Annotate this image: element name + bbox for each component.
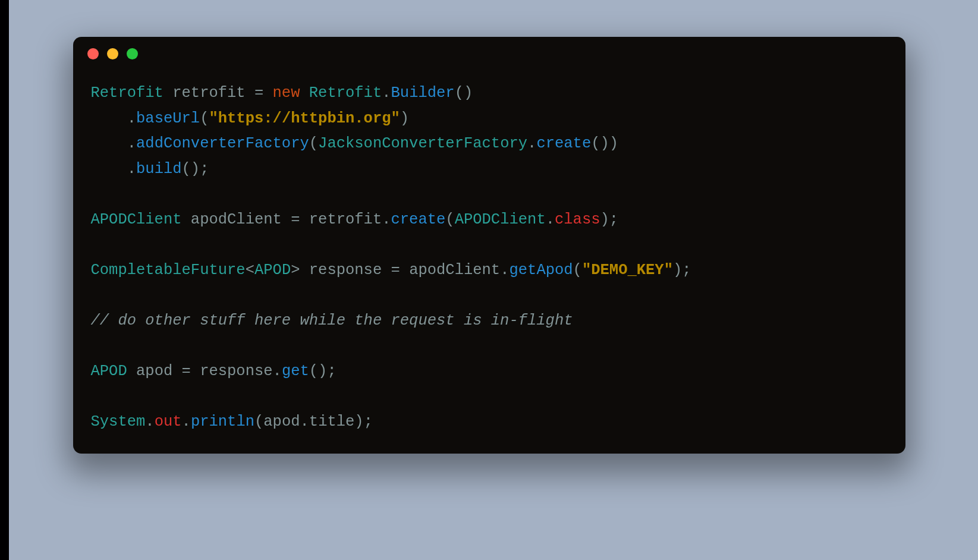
type-token: System: [91, 413, 146, 430]
identifier-token: apod: [127, 363, 182, 380]
window-close-button[interactable]: [87, 48, 99, 59]
field-token: out: [155, 413, 182, 430]
code-line-14: System.out.println(apod.title);: [91, 413, 373, 430]
punct-token: (: [200, 110, 209, 127]
window-maximize-button[interactable]: [127, 48, 138, 59]
method-token: baseUrl: [136, 110, 200, 127]
type-token: APODClient: [455, 211, 546, 228]
punct-token: .: [527, 135, 536, 152]
punct-token: <: [246, 262, 254, 279]
code-block: Retrofit retrofit = new Retrofit.Builder…: [73, 70, 905, 435]
indent: [91, 161, 127, 178]
type-token: CompletableFuture: [91, 262, 246, 279]
identifier-token: response: [200, 363, 272, 380]
type-token: Retrofit: [300, 84, 382, 102]
code-line-6: APODClient apodClient = retrofit.create(…: [91, 211, 619, 228]
punct-token: );: [673, 262, 691, 279]
punct-token: .: [500, 262, 509, 279]
punct-token: .: [127, 161, 136, 178]
punct-token: .: [127, 135, 136, 152]
code-line-12: APOD apod = response.get();: [91, 363, 337, 380]
operator-token: =: [291, 211, 309, 228]
operator-token: =: [182, 363, 200, 380]
window-minimize-button[interactable]: [107, 48, 118, 59]
code-line-4: .build();: [91, 161, 209, 178]
left-page-edge: [0, 0, 9, 560]
punct-token: >: [291, 262, 300, 279]
identifier-token: title: [309, 413, 355, 430]
class-token: class: [555, 211, 600, 228]
identifier-token: apod: [263, 413, 300, 430]
code-line-2: .baseUrl("https://httpbin.org"): [91, 110, 410, 127]
punct-token: (: [445, 211, 454, 228]
punct-token: .: [182, 413, 191, 430]
method-token: getApod: [509, 262, 573, 279]
keyword-token: new: [273, 84, 300, 102]
indent: [91, 135, 127, 152]
punct-token: ()): [591, 135, 618, 152]
string-token: "DEMO_KEY": [582, 262, 673, 279]
method-token: addConverterFactory: [136, 135, 309, 152]
punct-token: .: [382, 84, 391, 102]
code-line-8: CompletableFuture<APOD> response = apodC…: [91, 262, 691, 279]
terminal-window: Retrofit retrofit = new Retrofit.Builder…: [73, 37, 905, 454]
punct-token: );: [600, 211, 619, 228]
code-line-10: // do other stuff here while the request…: [91, 312, 573, 329]
type-token: JacksonConverterFactory: [318, 135, 527, 152]
operator-token: =: [391, 262, 410, 279]
operator-token: =: [254, 84, 273, 102]
punct-token: .: [273, 363, 282, 380]
punct-token: (: [254, 413, 263, 430]
punct-token: .: [382, 211, 391, 228]
punct-token: (: [573, 262, 582, 279]
punct-token: ): [400, 110, 409, 127]
identifier-token: retrofit: [163, 84, 254, 102]
method-token: println: [191, 413, 254, 430]
comment-token: // do other stuff here while the request…: [91, 312, 573, 329]
string-token: "https://httpbin.org": [209, 110, 400, 127]
type-token: APODClient: [91, 211, 182, 228]
punct-token: .: [546, 211, 555, 228]
method-token: create: [536, 135, 591, 152]
code-line-1: Retrofit retrofit = new Retrofit.Builder…: [91, 84, 473, 102]
punct-token: );: [354, 413, 373, 430]
punct-token: .: [145, 413, 154, 430]
type-token: Retrofit: [91, 84, 163, 102]
window-titlebar: [73, 37, 905, 70]
method-token: build: [136, 161, 182, 178]
punct-token: .: [300, 413, 309, 430]
method-token: get: [282, 363, 309, 380]
punct-token: ();: [309, 363, 337, 380]
type-token: APOD: [91, 363, 127, 380]
punct-token: (: [309, 135, 318, 152]
type-token: APOD: [254, 262, 291, 279]
code-line-3: .addConverterFactory(JacksonConverterFac…: [91, 135, 619, 152]
identifier-token: apodClient: [182, 211, 291, 228]
method-token: Builder: [391, 84, 455, 102]
identifier-token: retrofit: [309, 211, 382, 228]
identifier-token: apodClient: [409, 262, 500, 279]
punct-token: (): [455, 84, 473, 102]
indent: [91, 110, 127, 127]
identifier-token: response: [300, 262, 391, 279]
method-token: create: [391, 211, 446, 228]
punct-token: ();: [182, 161, 209, 178]
punct-token: .: [127, 110, 136, 127]
